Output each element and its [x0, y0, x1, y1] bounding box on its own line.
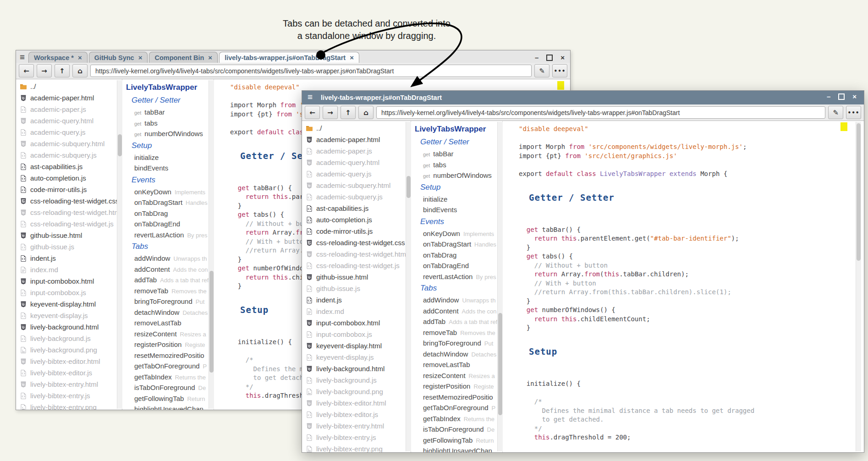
scrollbar-thumb[interactable]: [857, 123, 861, 261]
file-item[interactable]: academic-paper.html: [302, 134, 411, 145]
outline-section[interactable]: Events: [411, 215, 502, 228]
file-item[interactable]: keyevent-display.html: [16, 298, 122, 310]
outline-item[interactable]: addTabAdds a tab that ref: [122, 274, 214, 285]
file-item[interactable]: academic-paper.js: [302, 145, 411, 157]
file-item[interactable]: academic-subquery.js: [302, 191, 411, 203]
scrollbar-thumb[interactable]: [209, 271, 214, 373]
forward-button[interactable]: →: [37, 64, 52, 77]
file-item[interactable]: input-combobox.js: [302, 329, 411, 340]
scrollbar-thumb[interactable]: [407, 176, 411, 198]
browser-tab[interactable]: GitHub Sync×: [89, 52, 148, 63]
code-scrollbar[interactable]: [856, 122, 861, 451]
file-item[interactable]: css-reloading-test-widget.js: [302, 260, 411, 271]
outline-item[interactable]: removeTabRemoves the: [411, 327, 502, 338]
up-button[interactable]: ↑: [341, 106, 356, 119]
file-item[interactable]: css-reloading-test-widget.css: [16, 195, 122, 207]
title-bar[interactable]: ≡ lively-tabs-wrapper.js#onTabDragStart …: [302, 91, 864, 104]
outline-item[interactable]: onTabDragStartHandles: [411, 239, 502, 250]
scrollbar-thumb[interactable]: [498, 313, 502, 415]
outline-item[interactable]: getnumberOfWindows: [122, 128, 214, 139]
outline-item[interactable]: addContentAdds the con: [411, 306, 502, 317]
file-item[interactable]: ast-capabilities.js: [16, 161, 122, 172]
file-item[interactable]: academic-subquery.html: [16, 138, 122, 149]
outline-section[interactable]: Tabs: [411, 282, 502, 295]
tab-close-icon[interactable]: ×: [350, 54, 354, 61]
more-button[interactable]: •••: [552, 64, 567, 77]
back-button[interactable]: ←: [305, 106, 320, 119]
outline-item[interactable]: addWindowUnwrapps th: [411, 295, 502, 306]
outline-section[interactable]: Setup: [411, 181, 502, 194]
outline-item[interactable]: gettabBar: [122, 107, 214, 118]
file-item[interactable]: lively-bibtex-editor.html: [16, 356, 122, 367]
outline-item[interactable]: onTabDragStartHandles: [122, 197, 214, 208]
outline-item[interactable]: removeTabRemoves the: [122, 285, 214, 296]
outline-section[interactable]: Tabs: [122, 240, 214, 253]
outline-item[interactable]: getnumberOfWindows: [411, 170, 502, 181]
file-item[interactable]: css-reloading-test-widget.html: [16, 207, 122, 218]
minimize-button[interactable]: –: [827, 93, 830, 100]
file-item[interactable]: academic-query.html: [16, 115, 122, 126]
file-item[interactable]: lively-background.png: [302, 386, 411, 397]
outline-section[interactable]: Getter / Setter: [411, 136, 502, 148]
file-item[interactable]: github-issue.js: [302, 283, 411, 294]
home-button[interactable]: ⌂: [358, 106, 374, 119]
tab-close-icon[interactable]: ×: [78, 54, 82, 61]
file-item[interactable]: github-issue.html: [302, 271, 411, 283]
file-item[interactable]: academic-subquery.js: [16, 149, 122, 161]
outline-scrollbar[interactable]: [497, 122, 503, 451]
outline-item[interactable]: initialize: [122, 152, 214, 163]
maximize-button[interactable]: [838, 93, 845, 100]
scrollbar-thumb[interactable]: [118, 134, 122, 156]
outline-class[interactable]: LivelyTabsWrapper: [411, 122, 502, 136]
minimize-button[interactable]: –: [535, 55, 538, 61]
url-input[interactable]: [90, 65, 532, 77]
tab-close-icon[interactable]: ×: [208, 54, 212, 61]
tab-close-icon[interactable]: ×: [138, 54, 143, 61]
file-item[interactable]: input-combobox.html: [16, 275, 122, 287]
outline-item[interactable]: isTabOnForegroundDe: [411, 424, 502, 435]
outline-item[interactable]: onTabDragEnd: [122, 219, 214, 230]
outline-item[interactable]: highlightUnsavedChan: [122, 404, 214, 410]
outline-item[interactable]: registerPositionRegiste: [411, 381, 502, 392]
outline-item[interactable]: resizeContentResizes a: [411, 370, 502, 381]
outline-item[interactable]: getFollowingTabReturn: [122, 393, 214, 404]
menu-icon[interactable]: ≡: [20, 53, 25, 62]
outline-item[interactable]: resizeContentResizes a: [122, 329, 214, 340]
outline-item[interactable]: removeLastTab: [411, 359, 502, 370]
outline-item[interactable]: bindEvents: [411, 204, 502, 215]
file-item[interactable]: academic-subquery.html: [302, 180, 411, 191]
outline-item[interactable]: getTabOnForegroundP: [122, 361, 214, 372]
outline-item[interactable]: removeLastTab: [122, 318, 214, 329]
outline-item[interactable]: revertLastActionBy pres: [411, 271, 502, 282]
edit-button[interactable]: ✎: [828, 106, 843, 119]
file-item[interactable]: lively-bibtex-editor.html: [302, 397, 411, 409]
url-input[interactable]: [376, 106, 825, 119]
file-item[interactable]: lively-background.js: [302, 374, 411, 386]
outline-item[interactable]: resetMemoziredPositio: [411, 392, 502, 403]
outline-section[interactable]: Getter / Setter: [122, 94, 214, 107]
outline-item[interactable]: onTabDrag: [122, 208, 214, 219]
file-item[interactable]: github-issue.js: [16, 241, 122, 252]
file-item[interactable]: keyevent-display.js: [16, 310, 122, 321]
outline-item[interactable]: addContentAdds the con: [122, 264, 214, 275]
outline-item[interactable]: getFollowingTabReturn: [411, 435, 502, 446]
file-item[interactable]: css-reloading-test-widget.css: [302, 237, 411, 248]
outline-item[interactable]: bringToForegroundPut: [122, 296, 214, 307]
outline-item[interactable]: isTabOnForegroundDe: [122, 382, 214, 393]
file-item[interactable]: keyevent-display.js: [302, 351, 411, 363]
file-item[interactable]: academic-paper.html: [16, 92, 122, 104]
file-item[interactable]: ast-capabilities.js: [302, 203, 411, 214]
file-item[interactable]: auto-completion.js: [16, 172, 122, 184]
outline-item[interactable]: getTabIndexReturns the: [122, 372, 214, 383]
file-item[interactable]: lively-background.js: [16, 333, 122, 344]
outline-item[interactable]: highlightUnsavedChan: [411, 445, 502, 452]
outline-item[interactable]: gettabs: [411, 159, 502, 170]
file-item[interactable]: indent.js: [16, 252, 122, 264]
close-button[interactable]: ×: [852, 93, 857, 100]
file-item[interactable]: index.md: [302, 306, 411, 317]
file-item[interactable]: github-issue.html: [16, 230, 122, 241]
close-button[interactable]: ×: [560, 55, 565, 61]
file-item[interactable]: lively-bibtex-editor.js: [302, 409, 411, 420]
more-button[interactable]: •••: [846, 106, 861, 119]
outline-item[interactable]: registerPositionRegiste: [122, 339, 214, 350]
